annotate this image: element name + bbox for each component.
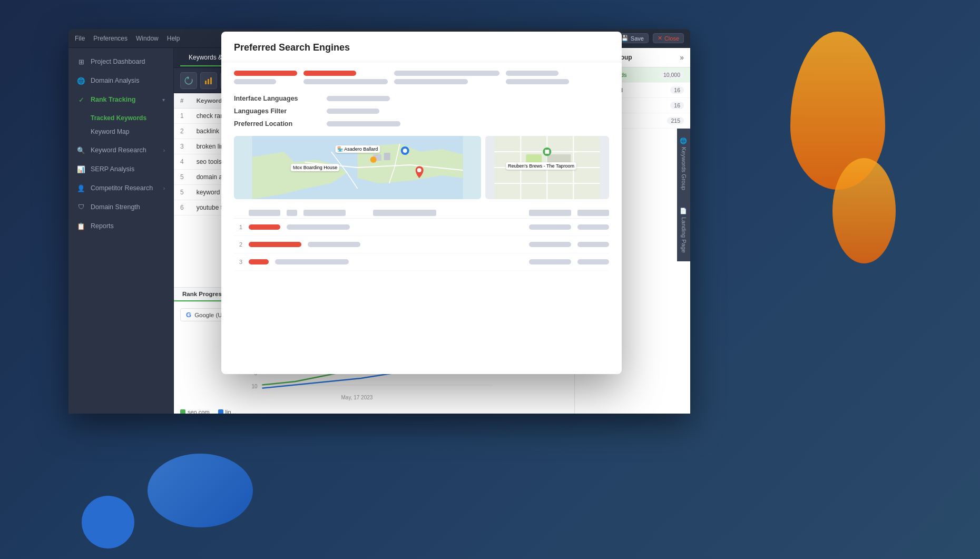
menu-help[interactable]: Help xyxy=(167,35,180,42)
chart-icon: ✓ xyxy=(77,95,85,104)
secondary-map[interactable]: Reuben's Brews - The Taproom xyxy=(485,136,609,199)
se-bar-gray-4 xyxy=(394,79,468,84)
sidebar-item-reports[interactable]: 📋 Reports xyxy=(68,217,173,236)
result-bar-gray-1c xyxy=(577,224,609,230)
result-num-1: 1 xyxy=(234,224,242,230)
group-all-count: 10,000 xyxy=(660,71,684,79)
keyword-research-chevron: › xyxy=(163,148,165,153)
result-row-3: 3 xyxy=(234,253,609,271)
group-rank-count: 215 xyxy=(667,117,684,124)
result-bar-gray-1b xyxy=(529,224,571,230)
svg-rect-1 xyxy=(208,79,209,84)
sidebar-item-domain-analysis[interactable]: 🌐 Domain Analysis xyxy=(68,71,173,90)
refresh-button[interactable] xyxy=(180,72,197,89)
group-ungrouped-count: 16 xyxy=(670,86,684,94)
lang-filter-label: Languages Filter xyxy=(234,107,318,115)
preferred-location-label: Preferred Location xyxy=(234,120,318,128)
result-bar-gray-3 xyxy=(275,259,349,264)
svg-text:10: 10 xyxy=(252,384,258,389)
chart-button[interactable] xyxy=(200,72,217,89)
sidebar-item-keyword-research[interactable]: 🔍 Keyword Research › xyxy=(68,141,173,160)
se-bar-gray-1 xyxy=(234,79,276,84)
result-header-box-2 xyxy=(287,210,297,216)
sidebar-sub-keyword-map[interactable]: Keyword Map xyxy=(91,125,173,139)
modal-title: Preferred Search Engines xyxy=(234,42,350,53)
map-label-mox: Mox Boarding House xyxy=(291,164,339,171)
vertical-label-container: 🌐 Keywords Group 📄 Landing Page xyxy=(677,129,690,414)
form-row-preferred-location: Preferred Location xyxy=(234,120,609,128)
decorative-blob-blue-circle xyxy=(82,496,134,548)
menu-window[interactable]: Window xyxy=(136,35,159,42)
landing-page-vertical-label[interactable]: 📄 Landing Page xyxy=(677,199,690,261)
result-bar-gray-3b xyxy=(529,259,571,264)
group-seo-count: 16 xyxy=(670,102,684,109)
save-icon: 💾 xyxy=(621,35,629,42)
result-header-box-3 xyxy=(303,210,346,216)
result-row-1: 1 xyxy=(234,219,609,236)
sidebar-item-serp-analysis[interactable]: 📊 SERP Analysis xyxy=(68,160,173,179)
person-icon: 👤 xyxy=(77,184,85,192)
form-row-interface-lang: Interface Languages xyxy=(234,95,609,102)
se-bar-gray-2 xyxy=(303,79,388,84)
legend-green-dot xyxy=(180,409,185,414)
map-container: 🏪 Asadero Ballard Mox Boarding House xyxy=(234,136,609,199)
refresh-icon xyxy=(184,76,193,85)
preferred-location-value xyxy=(327,121,400,126)
se-bar-group-4 xyxy=(506,71,569,84)
se-bar-gray-6 xyxy=(506,79,569,84)
se-bar-red-1 xyxy=(234,71,297,76)
bar-chart-icon: 📊 xyxy=(77,165,85,173)
sidebar-sub-tracked-keywords[interactable]: Tracked Keywords xyxy=(91,111,173,125)
svg-rect-27 xyxy=(384,153,390,160)
close-button[interactable]: ✕ Close xyxy=(653,33,684,43)
rank-tracking-submenu: Tracked Keywords Keyword Map xyxy=(68,109,173,141)
legend-lin: lin... xyxy=(218,409,236,414)
map-label-reubens: Reuben's Brews - The Taproom xyxy=(506,162,576,170)
legend-blue-dot xyxy=(218,409,223,414)
menu-file[interactable]: File xyxy=(75,35,85,42)
svg-text:May, 17 2023: May, 17 2023 xyxy=(341,395,373,400)
svg-rect-0 xyxy=(205,81,207,84)
result-header-box-6 xyxy=(577,210,609,216)
menu-bar: File Preferences Window Help xyxy=(75,35,180,42)
chart-tool-icon xyxy=(204,76,213,85)
shield-icon: 🛡 xyxy=(77,203,85,211)
se-bar-gray-3 xyxy=(394,71,499,76)
menu-preferences[interactable]: Preferences xyxy=(93,35,128,42)
search-small-icon: 🔍 xyxy=(77,146,85,154)
form-row-lang-filter: Languages Filter xyxy=(234,107,609,115)
svg-rect-42 xyxy=(545,150,550,154)
close-icon: ✕ xyxy=(658,35,662,42)
legend-seo-com: seo.com xyxy=(180,409,210,414)
result-num-2: 2 xyxy=(234,241,242,248)
svg-point-31 xyxy=(417,168,422,172)
col-num: # xyxy=(174,93,190,109)
svg-rect-2 xyxy=(210,77,212,84)
se-bar-red-2 xyxy=(303,71,356,76)
interface-lang-value xyxy=(327,96,390,101)
result-bar-gray-1 xyxy=(287,224,350,230)
globe-icon: 🌐 xyxy=(77,76,85,85)
result-header-box-1 xyxy=(249,210,280,216)
collapse-button[interactable]: » xyxy=(680,53,684,62)
interface-lang-label: Interface Languages xyxy=(234,95,318,102)
result-bar-gray-2b xyxy=(529,242,571,247)
keywords-group-vertical-label[interactable]: 🌐 Keywords Group xyxy=(677,129,690,199)
result-bar-1 xyxy=(249,224,280,230)
se-bar-group-2 xyxy=(303,71,388,84)
rank-tracking-chevron: ▾ xyxy=(162,97,165,103)
sidebar-item-project-dashboard[interactable]: ⊞ Project Dashboard xyxy=(68,52,173,71)
modal-body: Interface Languages Languages Filter Pre… xyxy=(221,62,622,374)
svg-point-29 xyxy=(403,149,407,153)
result-header-box-4 xyxy=(373,210,436,216)
se-bar-group-3 xyxy=(394,71,499,84)
result-num-3: 3 xyxy=(234,259,242,265)
search-engine-bars xyxy=(234,71,609,84)
grid-icon: ⊞ xyxy=(77,57,85,66)
sidebar-item-rank-tracking[interactable]: ✓ Rank Tracking ▾ xyxy=(68,90,173,109)
main-map[interactable]: 🏪 Asadero Ballard Mox Boarding House xyxy=(234,136,481,199)
sidebar: ⊞ Project Dashboard 🌐 Domain Analysis ✓ … xyxy=(68,48,174,414)
sidebar-item-competitor-research[interactable]: 👤 Competitor Research › xyxy=(68,179,173,198)
sidebar-item-domain-strength[interactable]: 🛡 Domain Strength xyxy=(68,198,173,217)
result-bar-3 xyxy=(249,259,269,264)
